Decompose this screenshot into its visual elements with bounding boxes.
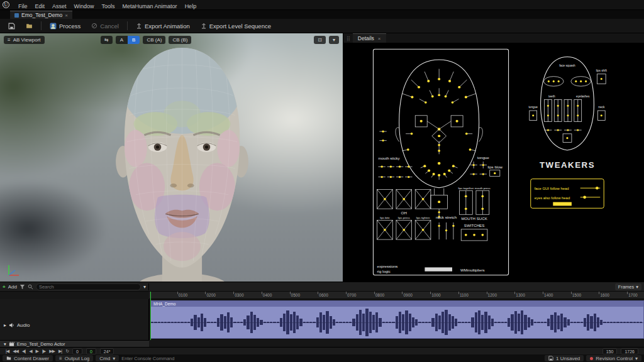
neck-stretch-sliders[interactable] (438, 222, 454, 239)
follow-slider-bar[interactable] (553, 202, 572, 206)
mouth-sticky-sliders[interactable] (378, 166, 412, 178)
play-reverse-button[interactable]: ◀ (27, 349, 33, 354)
mouth-press-control[interactable] (476, 190, 489, 214)
oh-controls[interactable] (377, 189, 431, 209)
ab-toggle[interactable]: A B (116, 36, 140, 44)
board-progress-bar[interactable] (425, 267, 452, 271)
waveform-bar (280, 318, 282, 327)
chin-tweaker-control[interactable] (563, 134, 572, 143)
add-icon[interactable]: + (3, 284, 6, 290)
toggle-cb-a[interactable]: CB (A) (143, 36, 165, 44)
viewport-title[interactable]: ≡ AB Viewport (4, 36, 45, 44)
timeline-ruler[interactable]: 0100020003000400050006000700080009001000… (149, 292, 644, 299)
tweakers-board[interactable]: face squash teeth eyelashes tongue neck … (521, 48, 614, 234)
view-options-icon[interactable]: ▾ (143, 284, 146, 290)
drag-handle-icon[interactable]: ⣿ (343, 36, 353, 43)
switches-controls[interactable] (461, 229, 487, 241)
add-track-button[interactable]: Add (8, 284, 17, 290)
playhead[interactable] (150, 292, 151, 340)
forehead-controls[interactable] (402, 69, 476, 104)
step-forward-button[interactable]: |▶ (40, 349, 47, 354)
face-squash-controls[interactable] (544, 77, 591, 87)
tongue-tweaker-control[interactable] (530, 111, 537, 121)
menu-asset[interactable]: Asset (48, 3, 70, 10)
waveform-bar (448, 314, 451, 331)
step-back-button[interactable]: ◀| (20, 349, 27, 354)
loop-button[interactable]: ↻ (64, 349, 70, 354)
content-drawer-button[interactable]: Content Drawer (3, 355, 53, 361)
toggle-a[interactable]: A (116, 36, 128, 44)
fps-field[interactable]: 24* (100, 348, 114, 354)
face-control-board[interactable]: mouth sticky tongue lips blow OH lips bi… (372, 48, 509, 276)
waveform-bar (220, 314, 223, 331)
export-level-sequence-button[interactable]: Export Level Sequence (196, 21, 275, 31)
jump-back-button[interactable]: ◀◀ (11, 349, 20, 354)
menu-tools[interactable]: Tools (98, 3, 119, 10)
process-icon (50, 23, 57, 30)
tweaker-column-controls[interactable] (544, 100, 581, 122)
ruler-tick: 1600 (599, 292, 599, 299)
unsaved-button[interactable]: 1 Unsaved (545, 355, 584, 361)
ab-viewport[interactable]: ≡ AB Viewport ⇆ A B CB (A) CB (B) ⊡ ▾ (0, 33, 343, 282)
menu-window[interactable]: Window (70, 3, 98, 10)
console-command-input[interactable] (121, 356, 542, 361)
details-tab[interactable]: Details × (353, 33, 386, 43)
lips-together-control[interactable] (459, 190, 472, 214)
search-input[interactable] (36, 283, 141, 290)
jaw-dot-row[interactable] (544, 129, 581, 131)
waveform-bar (488, 315, 491, 329)
side-sliders[interactable] (379, 131, 386, 142)
neck-tweaker-control[interactable] (597, 111, 605, 121)
eye-controls[interactable] (415, 116, 463, 143)
toggle-cb-b[interactable]: CB (B) (169, 36, 191, 44)
compare-icon[interactable]: ⇆ (101, 36, 113, 44)
chevron-down-icon[interactable]: ▾ (329, 36, 339, 44)
browse-button[interactable] (21, 21, 37, 31)
go-to-end-button[interactable]: ▶| (57, 349, 64, 354)
expand-arrow-icon[interactable]: ▸ (4, 322, 6, 328)
export-animation-button[interactable]: Export Animation (131, 21, 194, 31)
range-start-field[interactable]: 150 (602, 348, 618, 354)
menu-edit[interactable]: Edit (31, 3, 49, 10)
asset-tab[interactable]: Emo_Test_Demo × (10, 11, 72, 19)
toggle-b[interactable]: B (128, 36, 140, 44)
cmd-dropdown[interactable]: Cmd ▾ (96, 355, 119, 361)
audio-clip-title-bar[interactable]: MHA_Demo (151, 301, 643, 307)
revision-control-button[interactable]: Revision Control ▾ (586, 355, 641, 361)
menu-help[interactable]: Help (181, 3, 201, 10)
menu-file[interactable]: File (14, 3, 31, 10)
close-icon[interactable]: × (65, 13, 68, 18)
save-button[interactable] (4, 21, 19, 31)
waveform-bar (211, 322, 213, 324)
range-end-field[interactable]: 1726 (621, 348, 638, 354)
lips-controls[interactable] (377, 220, 431, 239)
viewport-title-label: AB Viewport (13, 37, 41, 43)
current-frame-field[interactable]: 0 (86, 348, 96, 354)
filter-icon[interactable] (19, 284, 25, 290)
timeline-area[interactable]: MHA_Demo (149, 299, 644, 340)
cancel-button[interactable]: Cancel (87, 21, 123, 31)
process-button[interactable]: Process (45, 21, 85, 31)
play-button[interactable]: ▶ (34, 349, 40, 354)
actor-track-row[interactable]: ▾ Emo_Test_Demo Actor (0, 340, 149, 347)
collapse-arrow-icon[interactable]: ▾ (4, 341, 6, 347)
tongue-sliders[interactable] (470, 162, 487, 175)
lips-shift-control[interactable] (597, 74, 606, 84)
lips-blow-control[interactable] (490, 170, 500, 177)
metahuman-face[interactable] (96, 36, 269, 282)
close-icon[interactable]: × (378, 36, 381, 41)
audio-clip[interactable]: MHA_Demo (150, 300, 644, 339)
details-header: ⣿ Details × (343, 33, 644, 43)
output-log-button[interactable]: ≡ Output Log (55, 355, 93, 361)
frame-entry-field[interactable]: 0 (72, 348, 82, 354)
follow-head-box[interactable]: face GUI follow head eyes also follow he… (531, 179, 604, 209)
menu-metahuman-animator[interactable]: MetaHuman Animator (119, 3, 181, 10)
go-to-front-button[interactable]: |◀ (4, 349, 11, 354)
chin-neck-controls[interactable] (431, 189, 448, 219)
mouth-controls[interactable] (421, 162, 458, 180)
waveform-bar (458, 322, 460, 323)
audio-track-row[interactable]: ▸ Audio (0, 320, 149, 330)
jump-forward-button[interactable]: ▶▶ (47, 349, 57, 354)
frames-dropdown[interactable]: Frames ▾ (615, 283, 641, 290)
maximize-icon[interactable]: ⊡ (314, 36, 326, 44)
